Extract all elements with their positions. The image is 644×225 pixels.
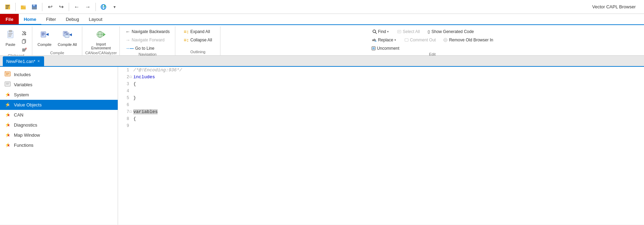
code-line-1: 1 /*@!Encoding:936*/ <box>118 67 644 74</box>
line-number-1: 1 <box>118 67 132 74</box>
svg-point-38 <box>373 30 376 33</box>
remove-old-browser-label: Remove Old Browser In <box>449 38 493 42</box>
format-button[interactable] <box>19 46 29 54</box>
line-content-5: } <box>132 95 644 102</box>
svg-text:x: x <box>8 123 10 127</box>
svg-rect-24 <box>42 33 44 33</box>
tree-item-system[interactable]: ⚡x System <box>0 90 118 100</box>
system-label: System <box>14 92 29 97</box>
comment-out-button[interactable]: Select All <box>395 28 422 35</box>
svg-marker-34 <box>69 33 72 36</box>
outlining-label: Outlining <box>178 50 217 55</box>
dropdown-more-icon[interactable]: ▾ <box>110 2 119 12</box>
tree-item-variables[interactable]: Variables <box>0 80 118 90</box>
menu-file[interactable]: File <box>0 14 19 24</box>
ribbon-group-canoe: ImportEnvironment CANoe/CANalyzer <box>82 26 120 55</box>
go-to-line-button[interactable]: →— Go to Line <box>123 45 172 52</box>
cut-button[interactable] <box>19 29 29 37</box>
expand-all-label: Expand All <box>190 29 210 34</box>
tree-item-can[interactable]: ⚡x CAN <box>0 110 118 120</box>
line-content-8: { <box>132 115 644 122</box>
ribbon-group-navigation: ← Navigate Backwards → Navigate Forward … <box>120 26 175 55</box>
open-folder-icon[interactable] <box>18 2 28 12</box>
compile-all-button[interactable]: Compile All <box>55 28 79 51</box>
redo-icon[interactable]: ↪ <box>56 2 66 12</box>
line-content-3: { <box>132 81 644 88</box>
find-button[interactable]: Find ▾ <box>369 28 392 35</box>
comment-out-label: Select All <box>403 29 420 34</box>
save-icon[interactable] <box>30 2 39 12</box>
select-all-button[interactable]: Uncomment <box>369 45 402 52</box>
menu-bar: File Home Filter Debug Layout <box>0 14 644 25</box>
svg-rect-19 <box>22 49 26 49</box>
document-area: NewFile1.can* × Includes Variables ⚡x <box>0 56 644 225</box>
remove-old-browser-button[interactable]: Remove Old Browser In <box>441 36 495 44</box>
tab-close-button[interactable]: × <box>37 59 40 64</box>
diagnostics-icon: ⚡x <box>4 122 11 128</box>
svg-rect-6 <box>32 7 36 9</box>
line-content-7: variables <box>132 109 644 115</box>
file-tab[interactable]: NewFile1.can* × <box>3 56 44 66</box>
svg-rect-33 <box>66 34 68 35</box>
copy-button[interactable] <box>19 38 29 45</box>
paste-icon <box>6 30 15 42</box>
collapse-all-button[interactable]: ≡↕ Collapse All <box>181 36 215 44</box>
svg-rect-32 <box>66 33 68 34</box>
separator-4 <box>95 3 96 11</box>
svg-point-15 <box>22 34 24 35</box>
replace-dropdown-icon: ▾ <box>394 38 396 42</box>
map-window-icon: ⚡x <box>4 132 11 138</box>
back-nav-icon[interactable]: ← <box>72 2 82 12</box>
svg-text:x: x <box>8 103 10 107</box>
menu-debug[interactable]: Debug <box>61 14 84 24</box>
includes-label: Includes <box>14 72 31 77</box>
title-bar: ↩ ↪ ← → ▾ Vector CAPL Browser <box>0 0 644 14</box>
tree-item-diagnostics[interactable]: ⚡x Diagnostics <box>0 120 118 130</box>
includes-icon <box>4 71 11 78</box>
import-icon <box>96 30 106 42</box>
svg-rect-1 <box>6 5 9 6</box>
ribbon-group-compile: Compile Compile All Compile <box>32 26 82 55</box>
compile-all-icon <box>62 30 72 42</box>
tree-item-includes[interactable]: Includes <box>0 70 118 80</box>
toolbar-icons: ↩ ↪ ← → ▾ <box>3 2 592 12</box>
menu-filter[interactable]: Filter <box>41 14 61 24</box>
code-line-2: 2□ includes <box>118 74 644 81</box>
show-generated-code-button[interactable]: {} Show Generated Code <box>425 28 476 35</box>
compile-button[interactable]: Compile <box>35 28 54 51</box>
code-editor[interactable]: 1 /*@!Encoding:936*/ 2□ includes 3 { 4 5… <box>118 67 644 225</box>
replace-button[interactable]: abac Replace ▾ <box>369 36 399 44</box>
sidebar-tree: Includes Variables ⚡x System ⚡x Value Ob… <box>0 67 118 225</box>
compile-all-label: Compile All <box>58 42 77 47</box>
paste-button[interactable]: Paste <box>3 28 18 51</box>
uncomment-button[interactable]: Comment Out <box>402 36 438 44</box>
navigate-forward-button[interactable]: → Navigate Forward <box>123 36 172 44</box>
menu-home[interactable]: Home <box>19 14 41 25</box>
line-number-9: 9 <box>118 122 132 129</box>
expand-all-button[interactable]: ≡↕ Expand All <box>181 28 215 35</box>
svg-rect-11 <box>9 30 12 32</box>
ribbon-group-outlining: ≡↕ Expand All ≡↕ Collapse All Outlining <box>175 26 220 55</box>
tree-item-value-objects[interactable]: ⚡x Value Objects <box>0 100 118 110</box>
navigate-backwards-button[interactable]: ← Navigate Backwards <box>123 28 172 35</box>
tree-item-functions[interactable]: ⚡x Functions <box>0 140 118 150</box>
svg-rect-3 <box>6 8 8 9</box>
forward-nav-icon[interactable]: → <box>83 2 93 12</box>
menu-layout[interactable]: Layout <box>84 14 107 24</box>
app-title: Vector CAPL Browser <box>592 4 641 9</box>
undo-icon[interactable]: ↩ <box>45 2 55 12</box>
edit-icon[interactable] <box>3 2 12 12</box>
tree-item-map-window[interactable]: ⚡x Map Window <box>0 130 118 140</box>
ribbon: Paste Clipboard <box>0 25 644 56</box>
variables-icon <box>4 81 11 88</box>
replace-label: Replace <box>378 38 393 42</box>
compile-icon <box>40 30 49 42</box>
browser-icon[interactable] <box>99 2 108 12</box>
svg-rect-20 <box>22 50 26 50</box>
go-to-line-label: Go to Line <box>135 46 154 51</box>
value-objects-label: Value Objects <box>14 102 42 107</box>
import-environment-button[interactable]: ImportEnvironment <box>89 28 113 51</box>
ribbon-group-edit: Find ▾ Select All {} Show Generated Code… <box>220 26 644 55</box>
can-icon: ⚡x <box>4 112 11 118</box>
collapse-all-label: Collapse All <box>190 38 212 42</box>
